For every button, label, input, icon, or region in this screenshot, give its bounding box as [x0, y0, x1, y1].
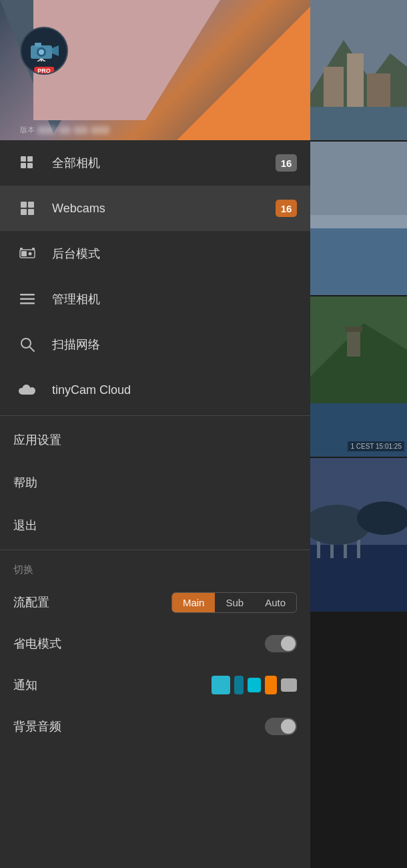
version-blur-1 — [37, 126, 56, 134]
background-audio-toggle[interactable] — [265, 718, 297, 735]
notif-icon-1 — [212, 676, 230, 694]
svg-rect-12 — [24, 160, 26, 162]
svg-rect-21 — [21, 251, 27, 256]
svg-line-7 — [41, 59, 47, 61]
menu-item-help[interactable]: 帮助 — [0, 461, 310, 504]
svg-rect-26 — [20, 298, 35, 300]
toggle-knob-bg-audio — [281, 719, 296, 734]
svg-rect-18 — [21, 209, 27, 215]
menu-label-webcams: Webcams — [52, 202, 276, 216]
cam-scene-1 — [310, 0, 407, 140]
sleep-icon — [13, 248, 41, 260]
menu-label-all-cameras: 全部相机 — [52, 155, 276, 171]
cam-thumb-4[interactable] — [310, 458, 407, 612]
cam-timestamp: 1 CEST 15:01:25 — [348, 441, 404, 451]
stream-btn-sub[interactable]: Sub — [215, 593, 254, 612]
background-audio-label: 背景音频 — [13, 718, 265, 734]
menu-label-background-mode: 后台模式 — [52, 246, 297, 262]
svg-line-29 — [30, 347, 35, 352]
stream-buttons: Main Sub Auto — [171, 592, 297, 613]
svg-rect-16 — [21, 202, 27, 208]
switch-section: 切换 流配置 Main Sub Auto 省电模式 通知 — [0, 553, 310, 747]
label-exit: 退出 — [13, 517, 37, 533]
svg-rect-25 — [20, 294, 35, 296]
badge-webcams: 16 — [276, 200, 297, 217]
search-icon — [13, 337, 41, 352]
notification-row: 通知 — [0, 664, 310, 706]
power-save-row: 省电模式 — [0, 623, 310, 664]
svg-rect-34 — [367, 73, 390, 107]
menu-item-background-mode[interactable]: 后台模式 — [0, 231, 310, 276]
version-blur-4 — [91, 126, 109, 134]
svg-rect-14 — [24, 166, 26, 168]
badge-all-cameras: 16 — [276, 154, 297, 172]
background-audio-row: 背景音频 — [0, 706, 310, 747]
divider-1 — [0, 415, 310, 416]
side-drawer: PRO 版本 — [0, 0, 310, 868]
notification-icons — [212, 676, 297, 694]
svg-rect-38 — [310, 215, 407, 228]
notif-icon-4 — [265, 676, 277, 694]
menu-item-all-cameras[interactable]: 全部相机 16 — [0, 140, 310, 186]
cam-thumb-2[interactable] — [310, 142, 407, 295]
svg-rect-43 — [345, 327, 362, 332]
notif-icon-2 — [234, 676, 244, 694]
menu-item-app-settings[interactable]: 应用设置 — [0, 419, 310, 461]
cam-thumb-3[interactable]: 1 CEST 15:01:25 — [310, 296, 407, 457]
cam-scene-4 — [310, 458, 407, 612]
notif-icon-blurred — [281, 678, 297, 692]
svg-rect-3 — [35, 43, 41, 47]
app-logo: PRO — [20, 27, 68, 75]
stream-config-row: 流配置 Main Sub Auto — [0, 582, 310, 623]
svg-point-22 — [29, 252, 32, 256]
svg-marker-4 — [52, 45, 59, 56]
svg-rect-42 — [347, 330, 360, 357]
notif-icon-3 — [248, 678, 261, 692]
menu-item-webcams[interactable]: Webcams 16 — [0, 186, 310, 231]
cam-thumb-1[interactable] — [310, 0, 407, 140]
cam-scene-3 — [310, 296, 407, 457]
menu-label-scan-network: 扫描网络 — [52, 337, 297, 353]
svg-line-5 — [36, 59, 41, 61]
menu-item-tinycam-cloud[interactable]: tinyCam Cloud — [0, 367, 310, 413]
section-header-switch: 切换 — [0, 553, 310, 582]
divider-2 — [0, 550, 310, 550]
menu-item-manage-cameras[interactable]: 管理相机 — [0, 276, 310, 322]
version-blur-2 — [59, 126, 71, 134]
svg-rect-27 — [20, 302, 35, 304]
svg-rect-24 — [32, 248, 35, 250]
notification-label: 通知 — [13, 677, 212, 693]
label-app-settings: 应用设置 — [13, 432, 61, 448]
menu-item-exit[interactable]: 退出 — [0, 504, 310, 547]
quad-icon — [13, 201, 41, 216]
stream-btn-auto[interactable]: Auto — [254, 593, 296, 612]
svg-rect-33 — [347, 53, 364, 107]
camera-icon — [29, 40, 59, 61]
svg-rect-19 — [28, 209, 34, 215]
drawer-header: PRO 版本 — [0, 0, 310, 140]
stream-btn-main[interactable]: Main — [172, 593, 216, 612]
toggle-knob-power-save — [281, 636, 296, 651]
menu-label-manage-cameras: 管理相机 — [52, 291, 297, 307]
logo-inner: PRO — [29, 40, 59, 61]
label-help: 帮助 — [13, 475, 37, 491]
right-panel: ⋮ — [310, 0, 407, 868]
svg-rect-35 — [310, 107, 407, 140]
list-icon — [13, 293, 41, 305]
stream-config-label: 流配置 — [13, 594, 171, 610]
svg-rect-37 — [310, 222, 407, 295]
svg-rect-32 — [324, 67, 344, 107]
cam-scene-2 — [310, 142, 407, 295]
pro-badge: PRO — [34, 67, 54, 75]
header-version: 版本 — [20, 125, 109, 135]
menu-item-scan-network[interactable]: 扫描网络 — [0, 322, 310, 367]
version-blur-3 — [73, 126, 88, 134]
grid-icon — [13, 156, 41, 170]
svg-rect-15 — [31, 166, 33, 168]
svg-rect-23 — [20, 248, 23, 250]
cloud-icon — [13, 384, 41, 396]
menu-list: 全部相机 16 Webcams 16 — [0, 140, 310, 868]
power-save-label: 省电模式 — [13, 636, 265, 652]
power-save-toggle[interactable] — [265, 635, 297, 652]
svg-rect-13 — [31, 160, 33, 162]
